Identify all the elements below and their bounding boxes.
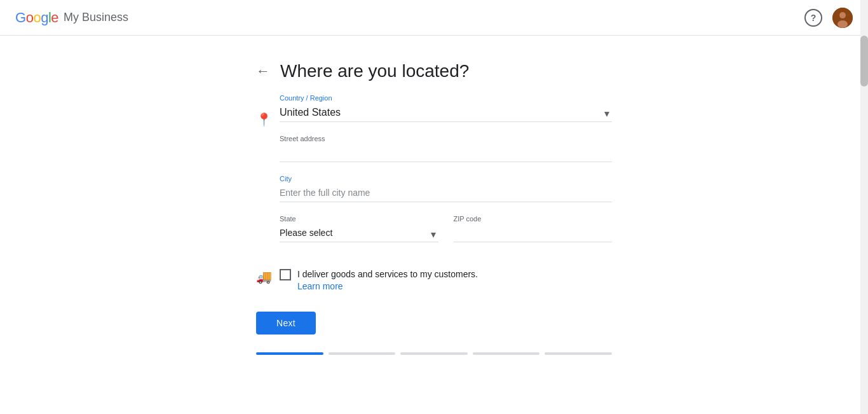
state-select[interactable]: Please select Alabama Alaska Arizona Ark… — [280, 225, 438, 242]
street-address-field-group: Street address — [280, 135, 612, 162]
truck-icon: 🚚 — [256, 269, 272, 284]
zip-input[interactable] — [454, 225, 613, 242]
state-field-group: State Please select Alabama Alaska Arizo… — [280, 215, 438, 242]
delivery-text-area: I deliver goods and services to my custo… — [297, 268, 478, 291]
progress-indicators — [256, 352, 612, 355]
progress-bar-4 — [473, 352, 540, 355]
delivery-checkbox[interactable] — [280, 269, 291, 280]
form-container: ← Where are you located? 📍 Country / Reg… — [256, 61, 612, 355]
main-content: ← Where are you located? 📍 Country / Reg… — [0, 36, 868, 414]
address-fields: Country / Region United States Canada Un… — [280, 94, 612, 255]
checkbox-area: I deliver goods and services to my custo… — [280, 268, 478, 291]
address-form-section: 📍 Country / Region United States Canada … — [256, 94, 612, 255]
help-button[interactable]: ? — [804, 9, 822, 27]
header: Google My Business ? — [0, 0, 868, 36]
delivery-row: 🚚 I deliver goods and services to my cus… — [256, 268, 612, 291]
country-select-wrapper: United States Canada United Kingdom Aust… — [280, 104, 612, 122]
state-select-wrapper: Please select Alabama Alaska Arizona Ark… — [280, 225, 438, 242]
app-name: My Business — [64, 11, 128, 24]
scrollbar-thumb[interactable] — [860, 36, 868, 86]
street-address-input[interactable] — [280, 145, 612, 162]
country-label: Country / Region — [280, 94, 612, 102]
state-label: State — [280, 215, 438, 223]
progress-bar-2 — [329, 352, 396, 355]
learn-more-link[interactable]: Learn more — [297, 281, 478, 291]
title-row: ← Where are you located? — [256, 61, 612, 81]
street-address-label: Street address — [280, 135, 612, 142]
scrollbar[interactable] — [860, 0, 868, 414]
back-button[interactable]: ← — [256, 63, 270, 79]
header-actions: ? — [804, 8, 853, 28]
zip-field-group: ZIP code — [454, 215, 613, 242]
svg-point-2 — [837, 20, 848, 28]
svg-point-1 — [839, 12, 846, 18]
zip-label: ZIP code — [454, 215, 613, 223]
location-pin-icon: 📍 — [256, 112, 272, 127]
state-zip-row: State Please select Alabama Alaska Arizo… — [280, 215, 612, 255]
progress-bar-5 — [545, 352, 612, 355]
avatar[interactable] — [832, 8, 853, 28]
delivery-description: I deliver goods and services to my custo… — [297, 269, 478, 279]
progress-bar-3 — [400, 352, 468, 355]
city-input[interactable] — [280, 185, 612, 202]
progress-bar-1 — [256, 352, 323, 355]
next-button[interactable]: Next — [256, 312, 316, 335]
country-select[interactable]: United States Canada United Kingdom Aust… — [280, 104, 612, 122]
header-logo-area: Google My Business — [15, 10, 128, 26]
country-field-group: Country / Region United States Canada Un… — [280, 94, 612, 122]
google-logo: Google — [15, 10, 58, 26]
city-label: City — [280, 175, 612, 183]
page-title: Where are you located? — [280, 61, 469, 81]
city-field-group: City — [280, 175, 612, 202]
